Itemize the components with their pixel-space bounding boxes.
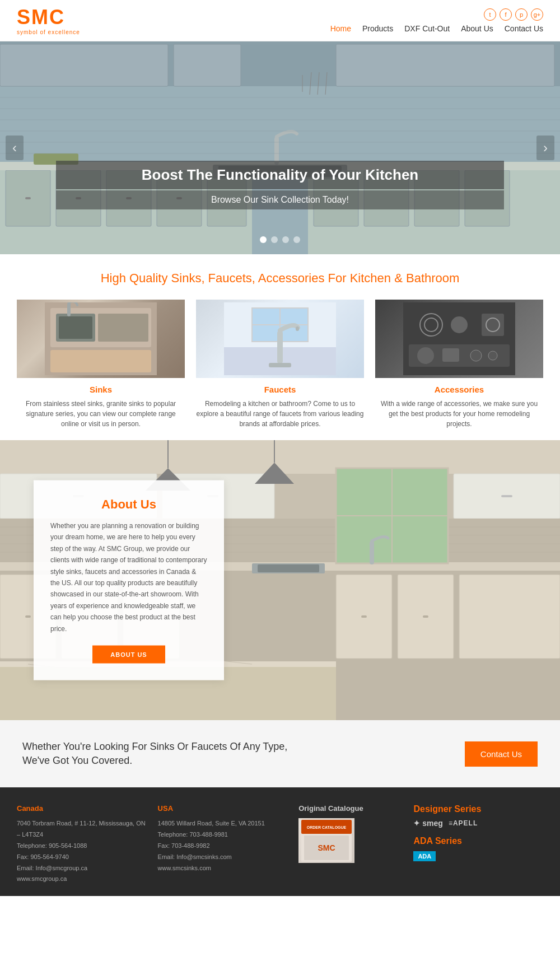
googleplus-icon[interactable]: g+ [531, 8, 543, 21]
footer-usa-address: 14805 Willard Road, Suite E, VA 20151 [158, 818, 288, 829]
footer-canada-title: Canada [17, 804, 147, 813]
hero-next-button[interactable]: › [536, 136, 554, 160]
hero-background-svg [0, 41, 560, 254]
about-button[interactable]: ABOUT US [92, 645, 165, 663]
svg-rect-23 [336, 44, 554, 86]
cta-section: Whether You're Looking For Sinks Or Fauc… [0, 720, 560, 787]
hero-dot-1[interactable] [260, 236, 267, 243]
product-card-faucets: Faucets Remodeling a kitchen or bathroom… [196, 300, 364, 429]
nav-dxf[interactable]: DXF Cut-Out [404, 24, 450, 33]
faucet-illustration [224, 302, 336, 375]
product-card-accessories: Accessories With a wide range of accesso… [375, 300, 543, 429]
svg-rect-88 [423, 615, 428, 618]
footer-canada-address: 7040 Torbram Road, # 11-12, Mississauga,… [17, 818, 147, 841]
products-section: High Quality Sinks, Faucets, Accessories… [0, 254, 560, 440]
cta-contact-button[interactable]: Contact Us [465, 741, 538, 767]
svg-rect-41 [50, 350, 151, 372]
logo-text: SMC [17, 6, 80, 29]
catalogue-image[interactable]: ORDER CATALOGUE SMC [298, 818, 354, 863]
footer-usa: USA 14805 Willard Road, Suite E, VA 2015… [158, 804, 288, 885]
svg-rect-40 [67, 302, 71, 316]
logo: SMC symbol of excellence [17, 6, 80, 35]
svg-point-57 [417, 347, 434, 364]
product-image-sinks [17, 300, 185, 378]
svg-rect-94 [370, 541, 374, 564]
hero-title: Boost The Functionality of Your Kitchen [67, 166, 493, 184]
footer-brand-row-designer: ✦ smeg ≡APELL [413, 819, 543, 828]
svg-text:ORDER CATALOGUE: ORDER CATALOGUE [307, 825, 347, 829]
hero-dot-2[interactable] [271, 236, 278, 243]
svg-rect-9 [25, 197, 31, 199]
hero-dot-3[interactable] [282, 236, 289, 243]
hero-subtitle-bg: Browse Our Sink Collection Today! [56, 190, 504, 209]
product-desc-faucets: Remodeling a kitchen or bathroom? Come t… [196, 399, 364, 429]
sink-illustration [45, 302, 157, 375]
svg-rect-70 [501, 495, 512, 497]
hero-subtitle: Browse Our Sink Collection Today! [67, 195, 493, 205]
footer-usa-title: USA [158, 804, 288, 813]
footer-brand-smeg: ✦ smeg [413, 819, 442, 828]
logo-sub: symbol of excellence [17, 29, 80, 35]
social-icons: t f p g+ [484, 8, 543, 21]
about-section: About Us Whether you are planning a reno… [0, 440, 560, 720]
svg-rect-48 [296, 326, 299, 331]
footer-canada-phone: Telephone: 905-564-1088 [17, 841, 147, 852]
svg-rect-58 [442, 348, 459, 362]
svg-rect-22 [174, 44, 241, 86]
svg-rect-83 [459, 575, 560, 659]
footer-canada: Canada 7040 Torbram Road, # 11-12, Missi… [17, 804, 147, 885]
about-box: About Us Whether you are planning a reno… [34, 480, 224, 680]
site-footer: Canada 7040 Torbram Road, # 11-12, Missi… [0, 787, 560, 896]
hero-dot-4[interactable] [293, 236, 300, 243]
nav-home[interactable]: Home [330, 24, 351, 33]
nav-contact[interactable]: Contact Us [505, 24, 543, 33]
product-name-sinks: Sinks [17, 385, 185, 394]
twitter-icon[interactable]: t [484, 8, 496, 21]
header-right: t f p g+ Home Products DXF Cut-Out About… [330, 8, 543, 33]
footer-ada-title: ADA Series [413, 836, 543, 846]
hero-prev-button[interactable]: ‹ [6, 136, 24, 160]
footer-catalogue-title: Original Catalogue [298, 804, 402, 813]
svg-point-53 [451, 316, 468, 333]
footer-ada-badge-wrapper: ADA [413, 851, 543, 861]
svg-rect-54 [482, 314, 504, 336]
about-title: About Us [50, 497, 207, 512]
hero-dots [260, 236, 300, 243]
nav-products[interactable]: Products [362, 24, 393, 33]
product-desc-sinks: From stainless steel sinks, granite sink… [17, 399, 185, 429]
site-header: SMC symbol of excellence t f p g+ Home P… [0, 0, 560, 41]
footer-brands: Designer Series ✦ smeg ≡APELL ADA Series… [413, 804, 543, 885]
svg-point-59 [470, 350, 482, 361]
hero-content: Boost The Functionality of Your Kitchen … [56, 161, 504, 209]
svg-text:SMC: SMC [318, 843, 335, 852]
svg-point-60 [488, 351, 497, 360]
hero-title-bg: Boost The Functionality of Your Kitchen [56, 161, 504, 189]
hero-slider: ‹ Boost The Functionality of Your Kitche… [0, 41, 560, 254]
footer-usa-email: Email: Info@smcsinks.com [158, 852, 288, 863]
product-card-sinks: Sinks From stainless steel sinks, granit… [17, 300, 185, 429]
footer-canada-website: www.smcgroup.ca [17, 874, 147, 885]
products-title: High Quality Sinks, Faucets, Accessories… [17, 271, 543, 286]
footer-brand-apell: ≡APELL [449, 819, 478, 827]
footer-ada-badge: ADA [413, 851, 436, 861]
product-desc-accessories: With a wide range of accessories, we mak… [375, 399, 543, 429]
pinterest-icon[interactable]: p [515, 8, 528, 21]
product-image-accessories [375, 300, 543, 378]
svg-rect-93 [258, 564, 319, 572]
svg-rect-87 [361, 615, 367, 618]
nav-about[interactable]: About Us [461, 24, 493, 33]
facebook-icon[interactable]: f [500, 8, 512, 21]
products-grid: Sinks From stainless steel sinks, granit… [17, 300, 543, 429]
footer-usa-phone: Telephone: 703-488-9981 [158, 829, 288, 841]
footer-catalogue: Original Catalogue ORDER CATALOGUE SMC [298, 804, 402, 885]
svg-rect-47 [277, 330, 283, 364]
svg-rect-49 [269, 363, 291, 367]
footer-designer-title: Designer Series [413, 804, 543, 814]
product-name-accessories: Accessories [375, 385, 543, 394]
footer-canada-fax: Fax: 905-564-9740 [17, 852, 147, 863]
footer-usa-website: www.smcsinks.com [158, 863, 288, 874]
svg-rect-21 [0, 44, 168, 86]
svg-rect-39 [98, 314, 148, 342]
main-nav: Home Products DXF Cut-Out About Us Conta… [330, 24, 543, 33]
catalogue-svg: ORDER CATALOGUE SMC [301, 820, 352, 862]
